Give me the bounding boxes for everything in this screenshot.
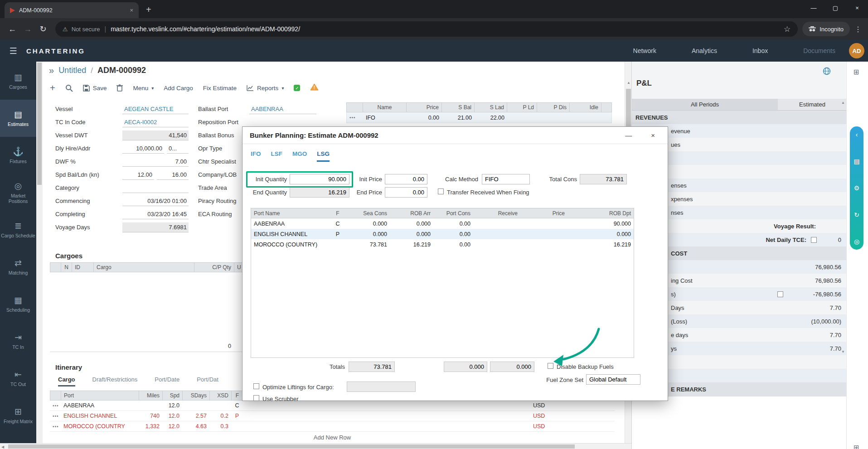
nav-inbox[interactable]: Inbox: [752, 47, 768, 54]
tab-lsf[interactable]: LSF: [271, 150, 283, 162]
vessel-field[interactable]: AEGEAN CASTLE: [122, 104, 189, 114]
nav-network[interactable]: Network: [633, 47, 656, 54]
table-row[interactable]: ••• IFO 0.00 21.00 22.00: [346, 112, 612, 123]
search-button[interactable]: [65, 84, 73, 92]
sidebar-item-freight-matrix[interactable]: ⊞Freight Matrix: [0, 397, 36, 434]
bookmark-star-icon[interactable]: ☆: [784, 24, 790, 34]
commencing-field[interactable]: 03/16/20 01:00: [122, 196, 189, 206]
bunker-row[interactable]: MOROCCO (COUNTRY) 73.781 16.219 0.00 16.…: [251, 239, 634, 250]
delete-button[interactable]: [116, 84, 123, 92]
calc-method-select[interactable]: FIFO: [482, 174, 530, 184]
horizontal-scrollbar-thumb[interactable]: [8, 444, 575, 449]
tab-draft-restrictions[interactable]: Draft/Restrictions: [92, 376, 138, 386]
add-new-row-button[interactable]: Add New Row: [50, 434, 615, 441]
tab-port-date-2[interactable]: Port/Dat: [197, 376, 218, 386]
url-text[interactable]: master.tyche.veslink.com/#chartering/est…: [111, 25, 300, 33]
gear-icon[interactable]: ⚙: [854, 184, 860, 192]
remarks-area[interactable]: [632, 396, 847, 449]
pnl-period-header[interactable]: All Periods: [632, 99, 778, 111]
sidebar-item-market-positions[interactable]: ◎Market Positions: [0, 174, 36, 211]
bunker-row[interactable]: AABENRAA C 0.000 0.000 0.00 90.000: [251, 218, 634, 229]
pnl-scroll-down-icon[interactable]: ▼: [841, 350, 845, 354]
dialog-header[interactable]: Bunker Planning: Estimate ADM-000992 — ×: [242, 127, 668, 144]
bunker-row[interactable]: ENGLISH CHANNEL P 0.000 0.000 0.00 0.000: [251, 229, 634, 239]
row-menu-icon[interactable]: •••: [50, 403, 61, 408]
tab-lsg[interactable]: LSG: [317, 150, 330, 162]
speed-ballast-field[interactable]: 12.00: [122, 170, 154, 180]
disable-backup-fuels-checkbox[interactable]: [548, 363, 553, 369]
optimize-liftings-checkbox[interactable]: [253, 383, 259, 389]
speed-laden-field[interactable]: 16.00: [157, 170, 189, 180]
address-bar[interactable]: ⚠ Not secure | master.tyche.veslink.com/…: [55, 21, 798, 37]
window-close-icon[interactable]: ×: [846, 0, 868, 15]
pnl-row-checkbox[interactable]: [777, 291, 783, 297]
globe-icon[interactable]: [823, 67, 831, 77]
row-menu-icon[interactable]: •••: [50, 414, 61, 419]
new-tab-button[interactable]: +: [146, 5, 151, 15]
init-price-input[interactable]: 0.00: [385, 174, 427, 184]
sidebar-item-tc-in[interactable]: ⇥TC In: [0, 323, 36, 360]
fuel-zone-set-select[interactable]: Global Default: [586, 374, 640, 385]
daily-hire-field[interactable]: 10,000.00: [122, 144, 164, 154]
avatar[interactable]: AD: [849, 43, 864, 58]
dwf-field[interactable]: 7.00: [122, 157, 189, 167]
hamburger-icon[interactable]: ☰: [0, 46, 26, 56]
init-quantity-input[interactable]: 90.000: [290, 174, 349, 184]
ballast-port-field[interactable]: AABENRAA: [249, 104, 316, 114]
sidebar-scrollbar-thumb[interactable]: [37, 63, 42, 185]
chevron-left-icon[interactable]: ‹: [856, 131, 858, 138]
scroll-up-icon[interactable]: ▲: [627, 81, 630, 85]
row-menu-icon[interactable]: •••: [347, 115, 363, 120]
validation-ok-icon[interactable]: ✓: [294, 85, 300, 91]
save-button[interactable]: Save: [83, 85, 107, 92]
menu-button[interactable]: Menu▾: [133, 85, 154, 92]
category-field[interactable]: [122, 183, 189, 193]
sidebar-item-fixtures[interactable]: ⚓Fixtures: [0, 137, 36, 174]
sidebar-scrollbar[interactable]: [36, 62, 43, 443]
target-icon[interactable]: ◎: [854, 238, 859, 245]
forward-icon[interactable]: →: [20, 21, 35, 37]
expand-icon[interactable]: »: [49, 65, 54, 76]
add-cargo-button[interactable]: Add Cargo: [164, 85, 193, 92]
browser-tab[interactable]: ADM-000992 ×: [5, 2, 139, 18]
tab-port-date[interactable]: Port/Date: [155, 376, 179, 386]
tab-ifo[interactable]: IFO: [251, 150, 261, 162]
tab-close-icon[interactable]: ×: [130, 7, 133, 14]
tab-mgo[interactable]: MGO: [292, 150, 307, 162]
window-maximize-icon[interactable]: ▢: [824, 0, 846, 15]
sync-icon[interactable]: ↻: [854, 211, 859, 218]
grid-corner-icon[interactable]: ⊞: [853, 444, 859, 449]
breadcrumb-untitled[interactable]: Untitled: [58, 66, 86, 75]
itinerary-row[interactable]: ••• MOROCCO (COUNTRY 1,332 12.0 4.63 0.3…: [50, 421, 615, 432]
sidebar-item-scheduling[interactable]: ▦Scheduling: [0, 285, 36, 323]
grid-view-icon[interactable]: ⊞: [853, 68, 859, 76]
refresh-icon[interactable]: ↻: [35, 21, 51, 37]
fix-estimate-button[interactable]: Fix Estimate: [203, 85, 237, 92]
addr-field[interactable]: 0...: [167, 144, 189, 154]
horizontal-scrollbar[interactable]: ◀: [0, 443, 631, 449]
window-minimize-icon[interactable]: —: [803, 0, 824, 15]
back-icon[interactable]: ←: [5, 21, 20, 37]
validation-warning-icon[interactable]: !: [310, 83, 319, 92]
not-secure-badge[interactable]: ⚠ Not secure: [63, 26, 100, 33]
optimize-liftings-input[interactable]: [347, 381, 416, 392]
dialog-minimize-icon[interactable]: —: [625, 131, 632, 139]
tab-cargo[interactable]: Cargo: [58, 376, 75, 386]
use-scrubber-checkbox[interactable]: [253, 395, 259, 401]
transfer-received-checkbox[interactable]: [438, 188, 444, 194]
sidebar-item-matching[interactable]: ⇄Matching: [0, 248, 36, 285]
reports-button[interactable]: Reports▾: [247, 85, 284, 92]
new-estimate-button[interactable]: +: [50, 83, 55, 93]
list-panel-icon[interactable]: ▤: [853, 158, 859, 165]
scroll-left-icon[interactable]: ◀: [1, 445, 4, 449]
sidebar-item-cargoes[interactable]: ▥Cargoes: [0, 63, 36, 100]
sidebar-item-cargo-schedule[interactable]: ≣Cargo Schedule: [0, 211, 36, 248]
dialog-close-icon[interactable]: ×: [651, 131, 655, 139]
tc-in-code-field[interactable]: AECA-I0002: [122, 117, 189, 127]
nav-documents[interactable]: Documents: [803, 47, 835, 54]
sidebar-item-tc-out[interactable]: ⇤TC Out: [0, 360, 36, 397]
pnl-scroll-up-icon[interactable]: ▲: [841, 101, 845, 105]
row-menu-icon[interactable]: •••: [50, 424, 61, 429]
end-price-input[interactable]: 0.00: [385, 187, 427, 198]
browser-menu-icon[interactable]: ⋮: [854, 25, 862, 34]
